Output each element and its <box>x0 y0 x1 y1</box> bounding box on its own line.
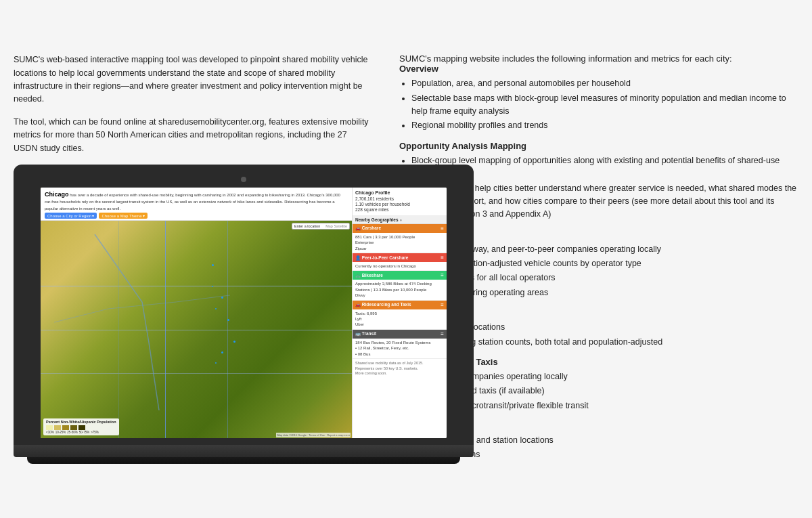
overview-title: Overview <box>399 64 798 74</box>
opportunity-title: Opportunity Analysis Mapping <box>399 141 798 151</box>
choose-theme-btn[interactable]: Choose a Map Theme ▾ <box>99 213 147 219</box>
intro-text-1: SUMC's web-based interactive mapping too… <box>14 53 372 106</box>
overview-bullet-2: Selectable base maps with block-group le… <box>411 92 798 118</box>
map-roads-svg <box>41 221 352 438</box>
ridesource-item: 🚗 Ridesourcing and Taxis ≡ Taxis: 6,995L… <box>353 301 447 330</box>
map-footer: Shared use mobility data as of July 2015… <box>353 359 447 379</box>
laptop-camera <box>241 177 246 182</box>
profile-stat-1: 2,706,101 residents <box>355 196 444 201</box>
bikeshare-header: 🚲 Bikeshare ≡ <box>353 271 447 280</box>
legend-title: Percent Non-White/Hispanic Population <box>46 420 116 424</box>
map-dot-6 <box>215 362 217 364</box>
bikeshare-item: 🚲 Bikeshare ≡ Approximately 3,586 Bikes … <box>353 271 447 300</box>
profile-section: Chicago Profile 2,706,101 residents 1.10… <box>353 188 447 216</box>
carshare-body: 881 Cars | 3.3 per 10,000 PeopleEnterpri… <box>353 233 447 253</box>
transit-body: 184 Bus Routes, 20 Fixed Route Systems •… <box>353 339 447 358</box>
carshare-item: 🚗 Carshare ≡ 881 Cars | 3.3 per 10,000 P… <box>353 224 447 253</box>
map-area: Chicago has over a decade of experience … <box>41 188 352 438</box>
choose-city-btn[interactable]: Choose a City or Region ▾ <box>45 213 97 219</box>
laptop-foot <box>27 457 460 464</box>
ridesource-header: 🚗 Ridesourcing and Taxis ≡ <box>353 301 447 309</box>
map-dot-3 <box>227 319 229 321</box>
overview-bullet-3: Regional mobility profiles and trends <box>411 119 798 132</box>
carshare-header: 🚗 Carshare ≡ <box>353 224 447 233</box>
profile-title: Chicago Profile <box>355 190 444 195</box>
screen-content: Chicago has over a decade of experience … <box>41 188 447 438</box>
right-intro: SUMC's mapping website includes the foll… <box>399 53 798 64</box>
transit-header: 🚌 Transit ≡ <box>353 330 447 339</box>
map-dot-7 <box>215 308 217 309</box>
map-controls: Choose a City or Region ▾ Choose a Map T… <box>45 213 348 219</box>
overview-bullets: Population, area, and personal automobil… <box>399 77 798 133</box>
bikeshare-body: Approximately 3,586 Bikes at 474 Docking… <box>353 280 447 299</box>
peertopeer-body: Currently no operators in Chicago <box>353 262 447 270</box>
intro-text-2: The tool, which can be found online at s… <box>14 116 372 155</box>
map-attribution: Map data ©2015 Google · Terms of Use · R… <box>276 433 351 437</box>
chicago-desc: has over a decade of experience with sha… <box>45 193 340 211</box>
legend-swatches <box>46 425 116 430</box>
laptop-bezel: Chicago has over a decade of experience … <box>14 165 474 445</box>
profile-stat-3: 228 square miles <box>355 207 444 212</box>
laptop-base <box>14 445 474 457</box>
legend-labels: <10% 10-25% 25-50% 50-75% >75% <box>46 431 116 434</box>
map-header: Chicago has over a decade of experience … <box>41 188 352 221</box>
nearby-header: Nearby Geographies ● <box>353 216 447 224</box>
map-roads <box>41 221 352 438</box>
profile-stat-2: 1.10 vehicles per household <box>355 202 444 207</box>
ridesource-body: Taxis: 6,995LyftUber <box>353 309 447 329</box>
peertopeer-item: 👤 Peer-to-Peer Carshare ≡ Currently no o… <box>353 253 447 271</box>
map-visual: Enter a location Map Satellite <box>41 221 352 438</box>
search-bar[interactable]: Enter a location Map Satellite <box>292 223 350 230</box>
sidebar-panel: Chicago Profile 2,706,101 residents 1.10… <box>352 188 447 438</box>
transit-item: 🚌 Transit ≡ 184 Bus Routes, 20 Fixed Rou… <box>353 330 447 359</box>
map-legend: Percent Non-White/Hispanic Population <box>43 418 119 435</box>
overview-bullet-1: Population, area, and personal automobil… <box>411 77 798 90</box>
chicago-label: Chicago <box>45 191 69 198</box>
laptop-screen: Chicago has over a decade of experience … <box>41 188 447 438</box>
page-layout: SUMC's web-based interactive mapping too… <box>14 53 798 465</box>
search-placeholder: Enter a location <box>294 224 320 228</box>
left-section: SUMC's web-based interactive mapping too… <box>14 53 392 464</box>
peertopeer-header: 👤 Peer-to-Peer Carshare ≡ <box>353 253 447 262</box>
laptop-illustration: Chicago has over a decade of experience … <box>14 165 474 464</box>
map-dot-4 <box>233 341 235 343</box>
map-dot-5 <box>221 351 223 353</box>
